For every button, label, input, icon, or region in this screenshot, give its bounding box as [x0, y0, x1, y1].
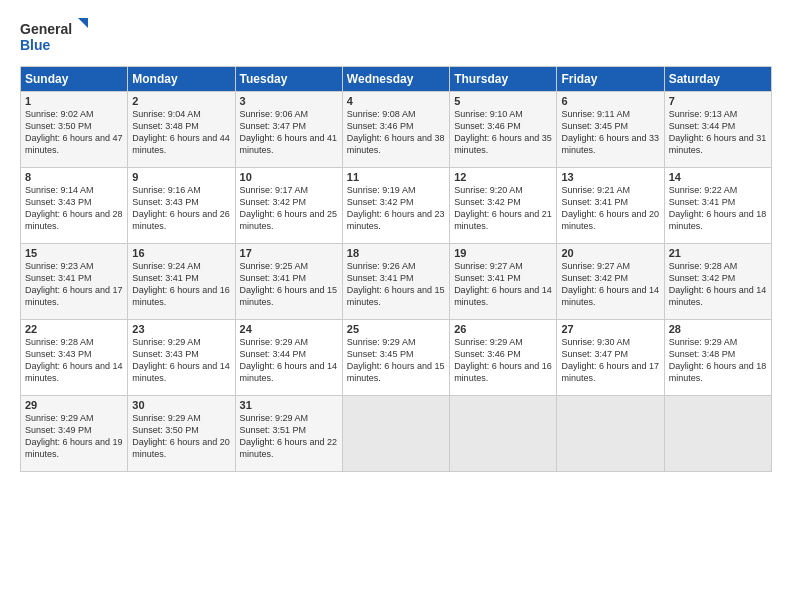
- cell-info: Sunrise: 9:29 AMSunset: 3:44 PMDaylight:…: [240, 337, 338, 383]
- day-number: 16: [132, 247, 230, 259]
- cell-info: Sunrise: 9:06 AMSunset: 3:47 PMDaylight:…: [240, 109, 338, 155]
- calendar-cell: 30 Sunrise: 9:29 AMSunset: 3:50 PMDaylig…: [128, 396, 235, 472]
- day-number: 5: [454, 95, 552, 107]
- cell-info: Sunrise: 9:26 AMSunset: 3:41 PMDaylight:…: [347, 261, 445, 307]
- cell-info: Sunrise: 9:17 AMSunset: 3:42 PMDaylight:…: [240, 185, 338, 231]
- cell-info: Sunrise: 9:14 AMSunset: 3:43 PMDaylight:…: [25, 185, 123, 231]
- svg-text:General: General: [20, 21, 72, 37]
- calendar-cell: 27 Sunrise: 9:30 AMSunset: 3:47 PMDaylig…: [557, 320, 664, 396]
- calendar-cell: 13 Sunrise: 9:21 AMSunset: 3:41 PMDaylig…: [557, 168, 664, 244]
- day-number: 31: [240, 399, 338, 411]
- calendar-cell: 28 Sunrise: 9:29 AMSunset: 3:48 PMDaylig…: [664, 320, 771, 396]
- calendar-page: General Blue SundayMondayTuesdayWednesda…: [0, 0, 792, 612]
- cell-info: Sunrise: 9:10 AMSunset: 3:46 PMDaylight:…: [454, 109, 552, 155]
- calendar-cell: 25 Sunrise: 9:29 AMSunset: 3:45 PMDaylig…: [342, 320, 449, 396]
- day-number: 28: [669, 323, 767, 335]
- calendar-cell: [664, 396, 771, 472]
- day-number: 23: [132, 323, 230, 335]
- cell-info: Sunrise: 9:29 AMSunset: 3:43 PMDaylight:…: [132, 337, 230, 383]
- cell-info: Sunrise: 9:20 AMSunset: 3:42 PMDaylight:…: [454, 185, 552, 231]
- cell-info: Sunrise: 9:13 AMSunset: 3:44 PMDaylight:…: [669, 109, 767, 155]
- cell-info: Sunrise: 9:30 AMSunset: 3:47 PMDaylight:…: [561, 337, 659, 383]
- week-row-2: 8 Sunrise: 9:14 AMSunset: 3:43 PMDayligh…: [21, 168, 772, 244]
- day-number: 24: [240, 323, 338, 335]
- day-number: 1: [25, 95, 123, 107]
- calendar-cell: [450, 396, 557, 472]
- cell-info: Sunrise: 9:04 AMSunset: 3:48 PMDaylight:…: [132, 109, 230, 155]
- day-number: 29: [25, 399, 123, 411]
- day-number: 3: [240, 95, 338, 107]
- calendar-cell: 19 Sunrise: 9:27 AMSunset: 3:41 PMDaylig…: [450, 244, 557, 320]
- cell-info: Sunrise: 9:29 AMSunset: 3:51 PMDaylight:…: [240, 413, 338, 459]
- day-number: 13: [561, 171, 659, 183]
- day-number: 14: [669, 171, 767, 183]
- calendar-cell: 10 Sunrise: 9:17 AMSunset: 3:42 PMDaylig…: [235, 168, 342, 244]
- calendar-cell: 20 Sunrise: 9:27 AMSunset: 3:42 PMDaylig…: [557, 244, 664, 320]
- calendar-cell: 22 Sunrise: 9:28 AMSunset: 3:43 PMDaylig…: [21, 320, 128, 396]
- calendar-cell: 7 Sunrise: 9:13 AMSunset: 3:44 PMDayligh…: [664, 92, 771, 168]
- day-number: 8: [25, 171, 123, 183]
- cell-info: Sunrise: 9:21 AMSunset: 3:41 PMDaylight:…: [561, 185, 659, 231]
- calendar-cell: [557, 396, 664, 472]
- logo: General Blue: [20, 16, 90, 56]
- cell-info: Sunrise: 9:02 AMSunset: 3:50 PMDaylight:…: [25, 109, 123, 155]
- day-number: 30: [132, 399, 230, 411]
- calendar-cell: 1 Sunrise: 9:02 AMSunset: 3:50 PMDayligh…: [21, 92, 128, 168]
- calendar-cell: 12 Sunrise: 9:20 AMSunset: 3:42 PMDaylig…: [450, 168, 557, 244]
- day-header-tuesday: Tuesday: [235, 67, 342, 92]
- day-number: 4: [347, 95, 445, 107]
- calendar-table: SundayMondayTuesdayWednesdayThursdayFrid…: [20, 66, 772, 472]
- cell-info: Sunrise: 9:25 AMSunset: 3:41 PMDaylight:…: [240, 261, 338, 307]
- cell-info: Sunrise: 9:16 AMSunset: 3:43 PMDaylight:…: [132, 185, 230, 231]
- cell-info: Sunrise: 9:11 AMSunset: 3:45 PMDaylight:…: [561, 109, 659, 155]
- day-number: 6: [561, 95, 659, 107]
- calendar-cell: 16 Sunrise: 9:24 AMSunset: 3:41 PMDaylig…: [128, 244, 235, 320]
- calendar-cell: 23 Sunrise: 9:29 AMSunset: 3:43 PMDaylig…: [128, 320, 235, 396]
- day-number: 27: [561, 323, 659, 335]
- day-header-thursday: Thursday: [450, 67, 557, 92]
- calendar-cell: 11 Sunrise: 9:19 AMSunset: 3:42 PMDaylig…: [342, 168, 449, 244]
- cell-info: Sunrise: 9:29 AMSunset: 3:50 PMDaylight:…: [132, 413, 230, 459]
- day-number: 25: [347, 323, 445, 335]
- header: General Blue: [20, 16, 772, 56]
- calendar-cell: 14 Sunrise: 9:22 AMSunset: 3:41 PMDaylig…: [664, 168, 771, 244]
- cell-info: Sunrise: 9:29 AMSunset: 3:48 PMDaylight:…: [669, 337, 767, 383]
- day-number: 2: [132, 95, 230, 107]
- logo-svg: General Blue: [20, 16, 90, 56]
- day-header-wednesday: Wednesday: [342, 67, 449, 92]
- week-row-1: 1 Sunrise: 9:02 AMSunset: 3:50 PMDayligh…: [21, 92, 772, 168]
- day-number: 9: [132, 171, 230, 183]
- day-number: 11: [347, 171, 445, 183]
- cell-info: Sunrise: 9:28 AMSunset: 3:42 PMDaylight:…: [669, 261, 767, 307]
- cell-info: Sunrise: 9:19 AMSunset: 3:42 PMDaylight:…: [347, 185, 445, 231]
- calendar-cell: 17 Sunrise: 9:25 AMSunset: 3:41 PMDaylig…: [235, 244, 342, 320]
- cell-info: Sunrise: 9:29 AMSunset: 3:45 PMDaylight:…: [347, 337, 445, 383]
- calendar-cell: 3 Sunrise: 9:06 AMSunset: 3:47 PMDayligh…: [235, 92, 342, 168]
- day-number: 21: [669, 247, 767, 259]
- svg-text:Blue: Blue: [20, 37, 51, 53]
- cell-info: Sunrise: 9:29 AMSunset: 3:46 PMDaylight:…: [454, 337, 552, 383]
- calendar-cell: 21 Sunrise: 9:28 AMSunset: 3:42 PMDaylig…: [664, 244, 771, 320]
- calendar-cell: 6 Sunrise: 9:11 AMSunset: 3:45 PMDayligh…: [557, 92, 664, 168]
- day-header-sunday: Sunday: [21, 67, 128, 92]
- calendar-cell: 31 Sunrise: 9:29 AMSunset: 3:51 PMDaylig…: [235, 396, 342, 472]
- cell-info: Sunrise: 9:27 AMSunset: 3:42 PMDaylight:…: [561, 261, 659, 307]
- calendar-cell: 9 Sunrise: 9:16 AMSunset: 3:43 PMDayligh…: [128, 168, 235, 244]
- cell-info: Sunrise: 9:08 AMSunset: 3:46 PMDaylight:…: [347, 109, 445, 155]
- calendar-cell: 24 Sunrise: 9:29 AMSunset: 3:44 PMDaylig…: [235, 320, 342, 396]
- day-number: 10: [240, 171, 338, 183]
- calendar-cell: [342, 396, 449, 472]
- day-number: 17: [240, 247, 338, 259]
- calendar-cell: 4 Sunrise: 9:08 AMSunset: 3:46 PMDayligh…: [342, 92, 449, 168]
- cell-info: Sunrise: 9:27 AMSunset: 3:41 PMDaylight:…: [454, 261, 552, 307]
- day-number: 18: [347, 247, 445, 259]
- cell-info: Sunrise: 9:23 AMSunset: 3:41 PMDaylight:…: [25, 261, 123, 307]
- day-number: 7: [669, 95, 767, 107]
- day-number: 12: [454, 171, 552, 183]
- cell-info: Sunrise: 9:28 AMSunset: 3:43 PMDaylight:…: [25, 337, 123, 383]
- day-number: 20: [561, 247, 659, 259]
- week-row-4: 22 Sunrise: 9:28 AMSunset: 3:43 PMDaylig…: [21, 320, 772, 396]
- week-row-3: 15 Sunrise: 9:23 AMSunset: 3:41 PMDaylig…: [21, 244, 772, 320]
- svg-marker-2: [78, 18, 88, 28]
- day-header-friday: Friday: [557, 67, 664, 92]
